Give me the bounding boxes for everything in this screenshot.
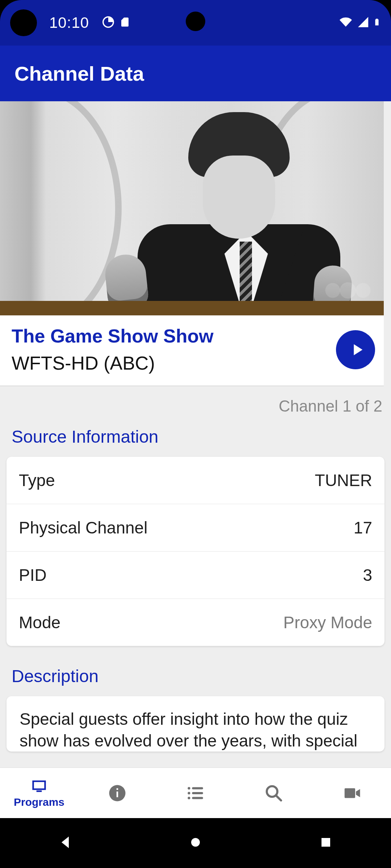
svg-rect-2 xyxy=(117,791,118,797)
bottom-nav: Programs xyxy=(0,767,391,818)
play-button[interactable] xyxy=(336,330,375,369)
nav-info[interactable] xyxy=(78,768,156,818)
row-physical-channel-value: 17 xyxy=(354,518,372,537)
sd-card-icon xyxy=(119,16,130,30)
program-thumbnail xyxy=(0,101,384,315)
program-channel: WFTS-HD (ABC) xyxy=(12,352,214,374)
page-title: Channel Data xyxy=(14,62,144,85)
data-saver-icon xyxy=(102,16,114,30)
row-mode: Mode Proxy Mode xyxy=(7,599,384,646)
source-info-card: Type TUNER Physical Channel 17 PID 3 Mod… xyxy=(7,457,384,646)
network-logo-watermark xyxy=(321,278,375,303)
svg-line-8 xyxy=(276,795,281,800)
svg-rect-10 xyxy=(321,838,330,847)
svg-point-4 xyxy=(188,787,190,789)
program-title: The Game Show Show xyxy=(12,326,214,347)
description-heading: Description xyxy=(0,658,391,696)
row-pid-value: 3 xyxy=(363,565,372,585)
row-mode-label: Mode xyxy=(19,613,60,632)
camera-notch xyxy=(186,12,205,31)
nav-video[interactable] xyxy=(313,768,391,818)
row-type: Type TUNER xyxy=(7,457,384,504)
source-info-heading: Source Information xyxy=(0,419,391,457)
svg-point-5 xyxy=(188,792,190,794)
play-icon xyxy=(348,340,366,359)
row-type-label: Type xyxy=(19,471,55,490)
status-avatar-dot xyxy=(10,9,37,36)
row-physical-channel: Physical Channel 17 xyxy=(7,504,384,552)
sys-home-button[interactable] xyxy=(187,834,204,852)
video-icon xyxy=(342,783,362,803)
nav-search[interactable] xyxy=(235,768,313,818)
info-icon xyxy=(108,783,127,803)
wifi-icon xyxy=(338,16,353,30)
nav-programs[interactable]: Programs xyxy=(0,768,78,818)
content-scroll[interactable]: The Game Show Show WFTS-HD (ABC) Channel… xyxy=(0,101,391,768)
channel-counter: Channel 1 of 2 xyxy=(0,386,391,419)
status-clock: 10:10 xyxy=(49,14,89,31)
description-card: Special guests offer insight into how th… xyxy=(7,696,384,752)
sys-back-button[interactable] xyxy=(56,834,74,852)
tv-icon xyxy=(29,778,50,794)
row-physical-channel-label: Physical Channel xyxy=(19,518,147,537)
row-pid: PID 3 xyxy=(7,552,384,599)
system-nav-bar xyxy=(0,818,391,868)
row-pid-label: PID xyxy=(19,565,47,585)
cell-signal-icon xyxy=(357,16,369,30)
program-header: The Game Show Show WFTS-HD (ABC) xyxy=(0,315,384,386)
list-icon xyxy=(186,783,205,803)
row-mode-value: Proxy Mode xyxy=(283,613,372,632)
row-type-value: TUNER xyxy=(315,471,372,490)
nav-programs-label: Programs xyxy=(14,796,64,808)
svg-point-6 xyxy=(188,796,190,799)
battery-icon xyxy=(373,15,381,30)
description-text: Special guests offer insight into how th… xyxy=(20,709,371,752)
sys-recents-button[interactable] xyxy=(317,834,335,852)
app-bar: Channel Data xyxy=(0,46,391,101)
search-icon xyxy=(264,783,283,803)
svg-point-9 xyxy=(191,838,200,847)
svg-rect-3 xyxy=(117,788,118,790)
nav-list[interactable] xyxy=(156,768,235,818)
